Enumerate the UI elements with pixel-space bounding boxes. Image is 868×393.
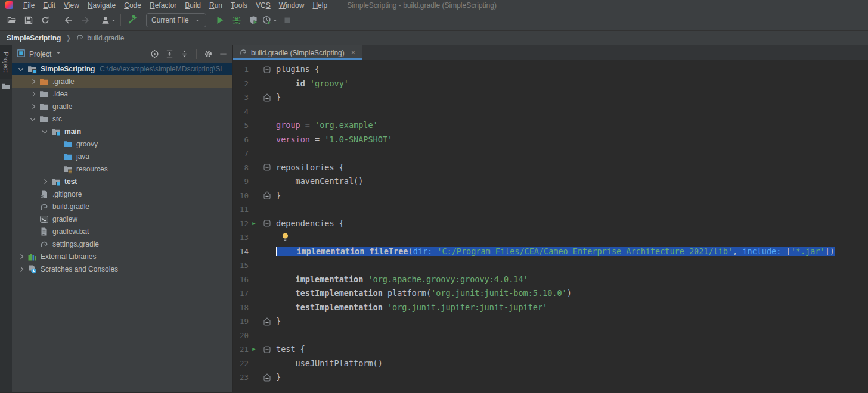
- tree-item-build-gradle[interactable]: build.gradle: [12, 200, 232, 213]
- tree-item-external-libraries[interactable]: External Libraries: [12, 250, 232, 263]
- menu-vcs[interactable]: VCS: [252, 1, 275, 10]
- open-icon[interactable]: [4, 13, 20, 28]
- code-line-19[interactable]: 19}: [233, 314, 868, 329]
- chevron-collapsed-icon[interactable]: [27, 89, 39, 99]
- user-icon[interactable]: [101, 13, 117, 28]
- menu-file[interactable]: File: [19, 1, 39, 10]
- code-line-20[interactable]: 20: [233, 329, 868, 343]
- fold-start-icon[interactable]: [259, 66, 271, 73]
- code-line-7[interactable]: 7: [233, 146, 868, 161]
- collapse-icon[interactable]: [180, 49, 189, 58]
- code-editor[interactable]: 1plugins {2 id 'groovy'3}45group = 'org.…: [233, 60, 868, 392]
- tree-item-resources[interactable]: resources: [12, 163, 232, 175]
- folder-stripe-icon[interactable]: [2, 82, 10, 92]
- menu-run[interactable]: Run: [205, 1, 227, 10]
- back-icon[interactable]: [61, 13, 76, 28]
- tree-item--gitignore[interactable]: .gitignore: [12, 188, 232, 200]
- tree-item-main[interactable]: main: [12, 125, 232, 138]
- save-icon[interactable]: [21, 13, 36, 28]
- project-stripe-button[interactable]: Project: [0, 45, 12, 79]
- run-gutter-icon[interactable]: ▶: [249, 342, 259, 357]
- code-line-9[interactable]: 9 mavenCentral(): [233, 174, 868, 189]
- debug-icon[interactable]: [229, 13, 244, 28]
- tree-item-settings-gradle[interactable]: settings.gradle: [12, 238, 232, 250]
- breadcrumb-file[interactable]: build.gradle: [76, 33, 124, 43]
- code-line-11[interactable]: 11: [233, 202, 868, 217]
- code-line-8[interactable]: 8repositories {: [233, 161, 868, 175]
- tree-item--idea[interactable]: .idea: [12, 88, 232, 100]
- code-line-15[interactable]: 15: [233, 258, 868, 273]
- tree-item-gradlew[interactable]: gradlew: [12, 213, 232, 225]
- code-text: plugins {: [274, 63, 868, 77]
- intention-bulb-icon[interactable]: [281, 232, 290, 247]
- code-line-6[interactable]: 6version = '1.0-SNAPSHOT': [233, 133, 868, 147]
- tree-item-scratches-and-consoles[interactable]: Scratches and Consoles: [12, 263, 232, 275]
- tree-item-gradlew-bat[interactable]: gradlew.bat: [12, 225, 232, 238]
- code-line-18[interactable]: 18 testImplementation 'org.junit.jupiter…: [233, 301, 868, 315]
- chevron-collapsed-icon[interactable]: [39, 177, 51, 186]
- menu-build[interactable]: Build: [181, 1, 205, 10]
- code-line-22[interactable]: 22 useJUnitPlatform(): [233, 357, 868, 371]
- sync-icon[interactable]: [38, 13, 53, 28]
- menu-window[interactable]: Window: [275, 1, 309, 10]
- code-line-14[interactable]: 14 implementation fileTree(dir: 'C:/Prog…: [233, 245, 868, 259]
- fold-end-icon[interactable]: [259, 191, 271, 199]
- fold-end-icon[interactable]: [259, 317, 271, 326]
- project-view-selector[interactable]: Project: [17, 49, 62, 60]
- build-hammer-icon[interactable]: [125, 13, 140, 28]
- minus-icon[interactable]: [219, 49, 228, 58]
- menu-tools[interactable]: Tools: [227, 1, 252, 10]
- expand-icon[interactable]: [165, 49, 174, 58]
- fold-start-icon[interactable]: [259, 220, 271, 227]
- gear-icon[interactable]: [204, 49, 213, 58]
- tree-item-gradle[interactable]: gradle: [12, 100, 232, 113]
- code-line-13[interactable]: 13: [233, 230, 868, 245]
- fold-start-icon[interactable]: [259, 164, 271, 171]
- code-line-16[interactable]: 16 implementation 'org.apache.groovy:gro…: [233, 273, 868, 287]
- menu-code[interactable]: Code: [120, 1, 145, 10]
- close-icon[interactable]: ✕: [351, 49, 356, 57]
- locate-icon[interactable]: [150, 49, 159, 58]
- coverage-icon[interactable]: [246, 13, 261, 28]
- tree-item-groovy[interactable]: groovy: [12, 138, 232, 150]
- menu-edit[interactable]: Edit: [39, 1, 60, 10]
- run-gutter-icon[interactable]: ▶: [249, 217, 259, 231]
- tree-item--gradle[interactable]: .gradle: [12, 75, 232, 88]
- run-icon[interactable]: [212, 13, 228, 28]
- chevron-expanded-icon[interactable]: [39, 127, 51, 136]
- fold-end-icon[interactable]: [259, 373, 271, 382]
- chevron-expanded-icon[interactable]: [27, 114, 39, 124]
- tree-item-src[interactable]: src: [12, 113, 232, 125]
- tree-item-test[interactable]: test: [12, 175, 232, 188]
- code-line-17[interactable]: 17 testImplementation platform('org.juni…: [233, 286, 868, 301]
- fold-end-icon[interactable]: [259, 93, 271, 102]
- code-line-5[interactable]: 5group = 'org.example': [233, 118, 868, 133]
- breadcrumb-project[interactable]: SimpleScripting: [7, 34, 61, 42]
- menu-help[interactable]: Help: [308, 1, 331, 10]
- chevron-collapsed-icon[interactable]: [27, 77, 39, 86]
- chevron-collapsed-icon[interactable]: [27, 102, 39, 111]
- fold-start-icon[interactable]: [259, 346, 271, 353]
- chevron-expanded-icon[interactable]: [16, 64, 27, 74]
- tab-build-gradle[interactable]: build.gradle (SimpleScripting) ✕: [233, 45, 362, 60]
- menu-view[interactable]: View: [60, 1, 83, 10]
- menu-navigate[interactable]: Navigate: [83, 1, 120, 10]
- code-line-23[interactable]: 23}: [233, 370, 868, 385]
- chevron-collapsed-icon[interactable]: [16, 264, 27, 274]
- code-line-10[interactable]: 10}: [233, 189, 868, 203]
- code-line-1[interactable]: 1plugins {: [233, 63, 868, 77]
- profiler-icon[interactable]: [262, 13, 278, 28]
- tree-item-simplescripting[interactable]: SimpleScriptingC:\dev\examples\simpleMDs…: [12, 63, 232, 75]
- code-line-3[interactable]: 3}: [233, 91, 868, 105]
- tree-item-java[interactable]: java: [12, 150, 232, 163]
- code-line-4[interactable]: 4: [233, 105, 868, 119]
- code-line-2[interactable]: 2 id 'groovy': [233, 77, 868, 91]
- chevron-collapsed-icon[interactable]: [16, 252, 27, 261]
- stop-icon[interactable]: [280, 13, 295, 28]
- code-line-12[interactable]: 12▶dependencies {: [233, 217, 868, 231]
- forward-icon[interactable]: [78, 13, 93, 28]
- line-number: 22: [233, 357, 249, 371]
- menu-refactor[interactable]: Refactor: [145, 1, 181, 10]
- run-configuration-combo[interactable]: Current File: [146, 13, 206, 27]
- code-line-21[interactable]: 21▶test {: [233, 342, 868, 357]
